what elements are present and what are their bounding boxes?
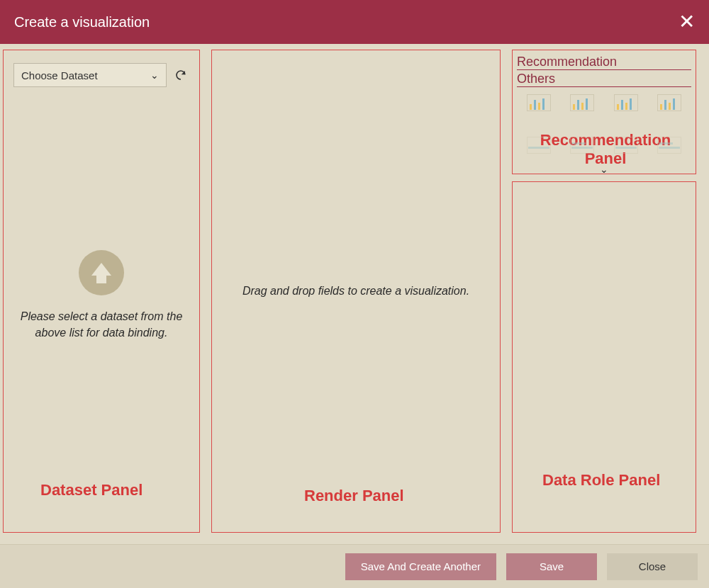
chevron-down-icon: ⌄ <box>150 69 159 81</box>
dataset-empty-text: Please select a dataset from the above l… <box>4 308 199 341</box>
render-panel[interactable]: Drag and drop fields to create a visuali… <box>211 50 501 533</box>
expand-recommendations[interactable]: ⌄ <box>513 164 696 175</box>
chart-thumbnail[interactable] <box>656 135 683 155</box>
data-role-panel: Data Role Panel <box>512 181 696 533</box>
upload-arrow-icon <box>91 263 111 276</box>
dataset-panel: Choose Dataset ⌄ Please select a dataset… <box>3 50 200 533</box>
dataset-select[interactable]: Choose Dataset ⌄ <box>13 63 167 87</box>
workspace: Choose Dataset ⌄ Please select a dataset… <box>3 50 706 537</box>
close-icon[interactable]: ✕ <box>679 12 695 32</box>
close-button[interactable]: Close <box>607 553 698 580</box>
upload-button[interactable] <box>79 250 124 295</box>
recommendation-thumbnails-row1 <box>517 93 691 113</box>
dialog-title: Create a visualization <box>14 14 150 30</box>
recommendation-panel: Recommendation Others Recommendation Pan… <box>512 50 696 174</box>
dataset-select-row: Choose Dataset ⌄ <box>4 50 199 87</box>
others-heading: Others <box>517 72 691 87</box>
dialog-titlebar: Create a visualization ✕ <box>0 0 709 44</box>
chevron-down-icon: ⌄ <box>600 164 608 175</box>
render-hint-text: Drag and drop fields to create a visuali… <box>242 285 469 298</box>
data-role-panel-annotation: Data Role Panel <box>542 471 660 490</box>
dataset-panel-annotation: Dataset Panel <box>40 481 143 499</box>
dataset-empty-state: Please select a dataset from the above l… <box>4 87 199 341</box>
save-and-create-another-button[interactable]: Save And Create Another <box>345 553 496 580</box>
chart-thumbnail[interactable] <box>569 135 596 155</box>
dialog-footer: Save And Create Another Save Close <box>0 544 709 588</box>
chart-thumbnail[interactable] <box>613 93 640 113</box>
chart-thumbnail[interactable] <box>656 93 683 113</box>
refresh-button[interactable] <box>172 67 189 84</box>
chart-thumbnail[interactable] <box>569 93 596 113</box>
chart-thumbnail[interactable] <box>525 93 552 113</box>
refresh-icon <box>174 69 187 81</box>
chart-thumbnail[interactable] <box>525 135 552 155</box>
recommendation-heading: Recommendation <box>517 55 691 70</box>
chart-thumbnail[interactable] <box>613 135 640 155</box>
dataset-select-label: Choose Dataset <box>21 69 98 81</box>
save-button[interactable]: Save <box>506 553 597 580</box>
render-panel-annotation: Render Panel <box>304 487 404 505</box>
